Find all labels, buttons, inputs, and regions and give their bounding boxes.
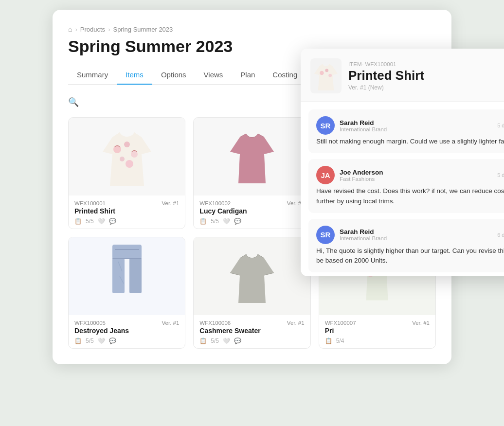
product-card-1[interactable]: WFX100002 Ver. #1 Lucy Cardigan 📋 5/5 🤍 … xyxy=(193,117,310,229)
tab-items[interactable]: Items xyxy=(117,66,152,85)
search-icon[interactable]: 🔍 xyxy=(68,97,79,107)
product-meta-5: WFX100007 Ver. #1 xyxy=(325,320,430,326)
product-info-3: WFX100005 Ver. #1 Destroyed Jeans 📋 5/5 … xyxy=(69,315,185,348)
comment-text-1: Have revised the cost. Does this work? i… xyxy=(316,186,504,206)
product-sku-1: WFX100002 xyxy=(199,200,231,206)
tab-costing[interactable]: Costing xyxy=(264,66,306,85)
product-stats-5: 5/4 xyxy=(336,337,344,344)
product-like-icon-3[interactable]: 🤍 xyxy=(98,337,105,344)
product-actions-3: 📋 5/5 🤍 💬 xyxy=(74,337,179,344)
avatar-2: SR xyxy=(316,226,335,244)
comment-user-info-1: JA Joe Anderson Fast Fashions xyxy=(316,166,383,184)
breadcrumb-sep-2: › xyxy=(108,26,110,33)
comment-time-1: 5 days ago xyxy=(497,172,504,178)
product-name-3: Destroyed Jeans xyxy=(74,327,179,335)
product-ver-3: Ver. #1 xyxy=(162,320,180,326)
product-img-0 xyxy=(69,118,185,195)
comment-name-block-0: Sarah Reid International Brand xyxy=(340,119,387,132)
tab-views[interactable]: Views xyxy=(195,66,232,85)
svg-point-25 xyxy=(320,71,324,75)
product-card-0[interactable]: WFX100001 Ver. #1 Printed Shirt 📋 5/5 🤍 … xyxy=(68,117,185,229)
product-sku-4: WFX100006 xyxy=(199,320,231,326)
svg-point-26 xyxy=(325,69,328,72)
product-comment-icon-4[interactable]: 💬 xyxy=(234,337,241,344)
detail-panel-title: Printed Shirt xyxy=(348,68,504,83)
product-stats-0: 5/5 xyxy=(86,218,94,225)
product-meta-4: WFX100006 Ver. #1 xyxy=(199,320,304,326)
comment-user-info-0: SR Sarah Reid International Brand xyxy=(316,116,387,135)
comment-company-0: International Brand xyxy=(340,126,387,132)
main-panel: ⌂ › Products › Spring Summer 2023 Spring… xyxy=(53,10,451,364)
svg-rect-18 xyxy=(129,258,142,293)
comment-name-block-2: Sarah Reid International Brand xyxy=(340,228,387,241)
product-ver-0: Ver. #1 xyxy=(162,200,180,206)
product-like-icon-1[interactable]: 🤍 xyxy=(223,218,230,225)
product-name-1: Lucy Cardigan xyxy=(199,207,304,215)
product-info-4: WFX100006 Ver. #1 Cashmere Sweater 📋 5/5… xyxy=(194,315,310,348)
product-sku-5: WFX100007 xyxy=(325,320,356,326)
product-info-0: WFX100001 Ver. #1 Printed Shirt 📋 5/5 🤍 … xyxy=(69,195,185,229)
product-stats-icon-3: 📋 xyxy=(74,337,82,344)
tab-summary[interactable]: Summary xyxy=(68,66,117,85)
comments-list: SR Sarah Reid International Brand 5 days… xyxy=(301,102,504,276)
product-stats-icon-1: 📋 xyxy=(199,218,207,225)
comment-time-0: 5 days ago xyxy=(497,123,504,128)
product-ver-4: Ver. #1 xyxy=(287,320,305,326)
svg-point-15 xyxy=(126,160,133,168)
product-name-0: Printed Shirt xyxy=(74,207,179,215)
product-actions-1: 📋 5/5 🤍 💬 xyxy=(199,218,304,225)
avatar-0: SR xyxy=(316,116,335,135)
detail-panel-thumbnail xyxy=(310,58,342,93)
comment-card-2: SR Sarah Reid International Brand 6 days… xyxy=(308,219,504,273)
svg-point-14 xyxy=(120,157,125,161)
svg-point-11 xyxy=(113,145,121,153)
product-stats-icon-4: 📋 xyxy=(199,337,207,344)
product-stats-1: 5/5 xyxy=(211,218,219,225)
comment-header-0: SR Sarah Reid International Brand 5 days… xyxy=(316,116,504,135)
product-like-icon-4[interactable]: 🤍 xyxy=(223,337,230,344)
product-like-icon-0[interactable]: 🤍 xyxy=(98,218,105,225)
product-card-3[interactable]: WFX100005 Ver. #1 Destroyed Jeans 📋 5/5 … xyxy=(68,237,185,349)
product-stats-3: 5/5 xyxy=(86,337,94,344)
breadcrumb-sep-1: › xyxy=(75,26,77,33)
product-actions-0: 📋 5/5 🤍 💬 xyxy=(74,218,179,225)
product-info-1: WFX100002 Ver. #1 Lucy Cardigan 📋 5/5 🤍 … xyxy=(194,195,310,229)
product-comment-icon-0[interactable]: 💬 xyxy=(109,218,116,225)
breadcrumb-products[interactable]: Products xyxy=(80,26,105,33)
tab-plan[interactable]: Plan xyxy=(232,66,264,85)
home-icon: ⌂ xyxy=(68,25,72,33)
product-comment-icon-3[interactable]: 💬 xyxy=(109,337,116,344)
comment-name-0: Sarah Reid xyxy=(340,119,387,126)
product-meta-3: WFX100005 Ver. #1 xyxy=(74,320,179,326)
comment-text-2: Hi, The quote is slightly higher than ou… xyxy=(316,246,504,266)
product-img-4 xyxy=(194,237,310,315)
comment-company-1: Fast Fashions xyxy=(340,176,383,182)
breadcrumb-current: Spring Summer 2023 xyxy=(113,26,173,33)
breadcrumb: ⌂ › Products › Spring Summer 2023 xyxy=(68,25,436,33)
product-sku-0: WFX100001 xyxy=(74,200,106,206)
product-ver-5: Ver. #1 xyxy=(412,320,430,326)
detail-panel: ITEM- WFX100001 Printed Shirt Ver. #1 (N… xyxy=(301,49,504,276)
product-stats-icon-0: 📋 xyxy=(74,218,82,225)
product-meta-1: WFX100002 Ver. #1 xyxy=(199,200,304,206)
svg-point-27 xyxy=(328,74,332,77)
product-name-4: Cashmere Sweater xyxy=(199,327,304,335)
comment-time-2: 6 days ago xyxy=(497,232,504,238)
product-actions-5: 📋 5/4 xyxy=(325,337,430,344)
product-comment-icon-1[interactable]: 💬 xyxy=(234,218,241,225)
svg-point-12 xyxy=(124,142,130,147)
comment-card-1: JA Joe Anderson Fast Fashions 5 days ago… xyxy=(308,159,504,213)
comment-header-2: SR Sarah Reid International Brand 6 days… xyxy=(316,226,504,244)
product-sku-3: WFX100005 xyxy=(74,320,106,326)
comment-company-2: International Brand xyxy=(340,235,387,241)
comment-card-0: SR Sarah Reid International Brand 5 days… xyxy=(308,109,504,153)
tab-options[interactable]: Options xyxy=(152,66,195,85)
product-stats-4: 5/5 xyxy=(211,337,219,344)
product-img-1 xyxy=(194,118,310,195)
comment-user-info-2: SR Sarah Reid International Brand xyxy=(316,226,387,244)
comment-header-1: JA Joe Anderson Fast Fashions 5 days ago xyxy=(316,166,504,184)
product-meta-0: WFX100001 Ver. #1 xyxy=(74,200,179,206)
detail-panel-version: Ver. #1 (New) xyxy=(348,84,504,91)
product-card-4[interactable]: WFX100006 Ver. #1 Cashmere Sweater 📋 5/5… xyxy=(193,237,310,349)
comment-text-0: Still not making enough margin. Could we… xyxy=(316,137,504,146)
